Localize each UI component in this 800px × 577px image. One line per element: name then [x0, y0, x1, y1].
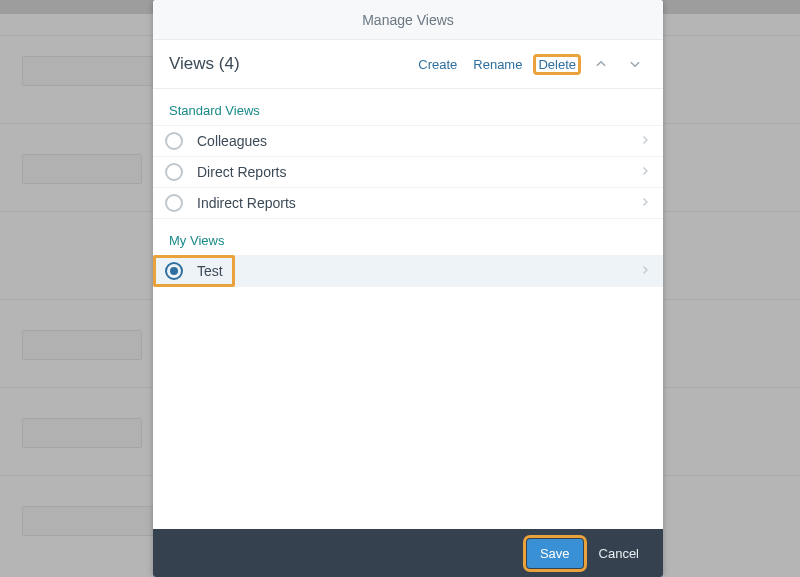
view-row-test[interactable]: Test [153, 255, 663, 287]
cancel-button[interactable]: Cancel [589, 539, 649, 568]
chevron-right-icon [639, 262, 651, 280]
create-button[interactable]: Create [415, 56, 460, 73]
view-label: Colleagues [197, 133, 639, 149]
view-label: Test [197, 263, 639, 279]
delete-button[interactable]: Delete [535, 56, 579, 73]
modal-toolbar: Views (4) Create Rename Delete [153, 40, 663, 89]
radio-icon [165, 194, 183, 212]
chevron-right-icon [639, 163, 651, 181]
view-label: Direct Reports [197, 164, 639, 180]
modal-title: Manage Views [153, 0, 663, 40]
move-down-button[interactable] [623, 52, 647, 76]
my-views-label: My Views [153, 219, 663, 256]
standard-views-label: Standard Views [153, 89, 663, 126]
view-label: Indirect Reports [197, 195, 639, 211]
save-button[interactable]: Save [527, 539, 583, 568]
toolbar-actions: Create Rename Delete [415, 52, 647, 76]
manage-views-modal: Manage Views Views (4) Create Rename Del… [153, 0, 663, 577]
chevron-down-icon [628, 57, 642, 71]
chevron-up-icon [594, 57, 608, 71]
views-count-label: Views (4) [169, 54, 415, 74]
view-row-direct-reports[interactable]: Direct Reports [153, 156, 663, 188]
view-row-colleagues[interactable]: Colleagues [153, 125, 663, 157]
modal-footer: Save Cancel [153, 529, 663, 577]
radio-icon [165, 132, 183, 150]
view-row-indirect-reports[interactable]: Indirect Reports [153, 187, 663, 219]
modal-body: Standard Views Colleagues Direct Reports… [153, 89, 663, 529]
radio-icon [165, 163, 183, 181]
chevron-right-icon [639, 132, 651, 150]
rename-button[interactable]: Rename [470, 56, 525, 73]
radio-icon [165, 262, 183, 280]
chevron-right-icon [639, 194, 651, 212]
move-up-button[interactable] [589, 52, 613, 76]
